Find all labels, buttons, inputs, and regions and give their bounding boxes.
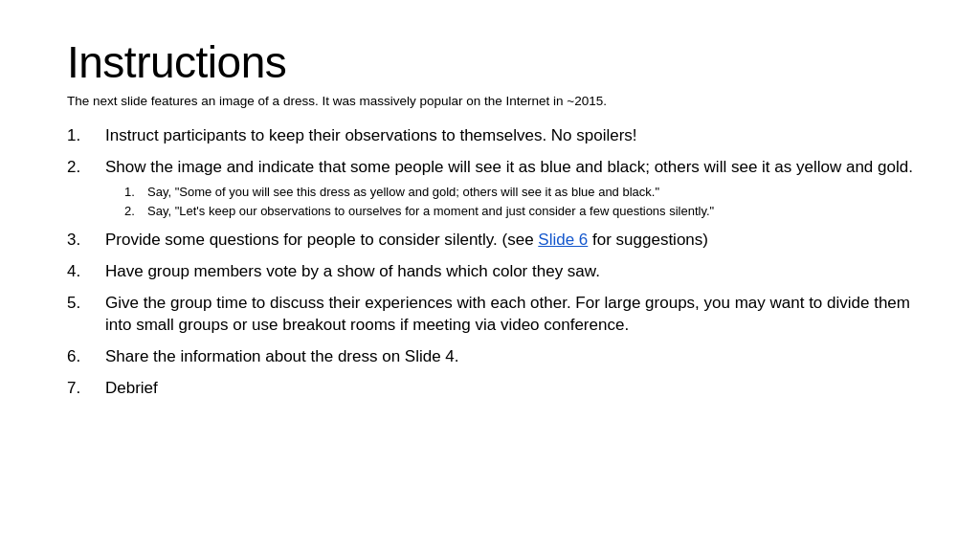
- sub-list-item: 2. Say, "Let's keep our observations to …: [124, 202, 913, 221]
- list-item: 2. Show the image and indicate that some…: [67, 157, 913, 220]
- list-num: 5.: [67, 293, 105, 315]
- list-content: Show the image and indicate that some pe…: [105, 157, 913, 220]
- list-num: 2.: [67, 157, 105, 179]
- list-num: 1.: [67, 125, 105, 147]
- list-content: Provide some questions for people to con…: [105, 230, 913, 252]
- list-item: 1. Instruct participants to keep their o…: [67, 125, 913, 147]
- list-item: 3. Provide some questions for people to …: [67, 230, 913, 252]
- list-content: Share the information about the dress on…: [105, 346, 913, 368]
- sub-item-text: Say, "Let's keep our observations to our…: [147, 202, 714, 221]
- list-content: Give the group time to discuss their exp…: [105, 293, 913, 337]
- sub-num: 2.: [124, 202, 147, 221]
- list-content: Debrief: [105, 378, 913, 400]
- sub-list-item: 1. Say, "Some of you will see this dress…: [124, 183, 913, 202]
- list-item: 7. Debrief: [67, 378, 913, 400]
- slide-container: Instructions The next slide features an …: [0, 0, 980, 551]
- list-item: 4. Have group members vote by a show of …: [67, 261, 913, 283]
- list-item: 6. Share the information about the dress…: [67, 346, 913, 368]
- sub-item-text: Say, "Some of you will see this dress as…: [147, 183, 659, 202]
- list-content: Instruct participants to keep their obse…: [105, 125, 913, 147]
- item3-text-after: for suggestions): [588, 231, 708, 249]
- item2-text: Show the image and indicate that some pe…: [105, 158, 913, 176]
- page-title: Instructions: [67, 38, 913, 87]
- list-num: 4.: [67, 261, 105, 283]
- list-num: 6.: [67, 346, 105, 368]
- subtitle-text: The next slide features an image of a dr…: [67, 93, 913, 111]
- sub-num: 1.: [124, 183, 147, 202]
- list-content: Have group members vote by a show of han…: [105, 261, 913, 283]
- slide6-link[interactable]: Slide 6: [538, 231, 588, 249]
- list-item: 5. Give the group time to discuss their …: [67, 293, 913, 337]
- list-num: 7.: [67, 378, 105, 400]
- sub-list: 1. Say, "Some of you will see this dress…: [124, 183, 913, 220]
- list-num: 3.: [67, 230, 105, 252]
- main-list: 1. Instruct participants to keep their o…: [67, 125, 913, 400]
- item3-text-before: Provide some questions for people to con…: [105, 231, 538, 249]
